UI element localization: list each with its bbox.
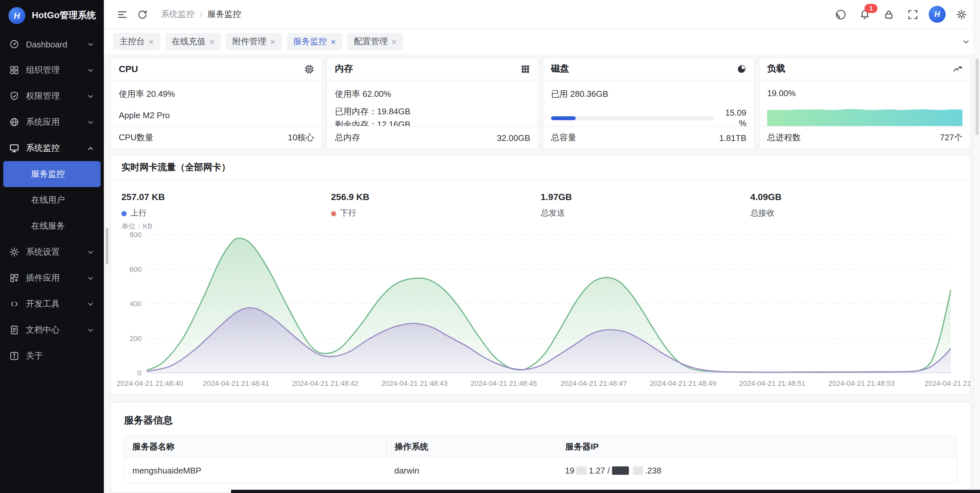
tab-label: 配置管理 — [354, 36, 388, 48]
sider-resize-handle[interactable] — [106, 228, 108, 264]
top-header: 系统监控 / 服务监控 1 H — [104, 0, 980, 29]
ip-redaction-block — [632, 466, 643, 474]
sidebar-item-devtools[interactable]: 开发工具 — [0, 291, 104, 317]
sidebar-subitem-service-monitor[interactable]: 服务监控 — [3, 161, 100, 187]
sidebar-subitem-online-services[interactable]: 在线服务 — [3, 213, 100, 239]
cpu-model: Apple M2 Pro — [119, 110, 314, 120]
server-table: 服务器名称 操作系统 服务器IP mengshuaideMBP darwin 1… — [124, 436, 957, 483]
tab-close-icon[interactable]: × — [149, 37, 153, 46]
legend-dot — [121, 211, 127, 216]
breadcrumb-parent[interactable]: 系统监控 — [161, 8, 195, 20]
refresh-icon — [137, 9, 148, 20]
server-info-title: 服务器信息 — [111, 403, 970, 436]
tab-console[interactable]: 主控台 × — [113, 33, 160, 50]
document-icon — [9, 325, 19, 335]
plugin-icon — [9, 273, 19, 283]
traffic-stat-value: 257.07 KB — [121, 191, 331, 202]
menu-fold-icon — [117, 9, 128, 20]
load-spark-svg — [767, 103, 963, 126]
sidebar-item-plugins[interactable]: 插件应用 — [0, 265, 104, 291]
tab-close-icon[interactable]: × — [270, 37, 275, 46]
app-logo[interactable]: H HotGo管理系统 — [0, 0, 104, 31]
traffic-card-title: 实时网卡流量（全部网卡） — [111, 155, 970, 180]
user-avatar[interactable]: H — [929, 6, 946, 23]
tab-label: 主控台 — [119, 36, 145, 48]
tab-close-icon[interactable]: × — [209, 37, 214, 46]
chevron-down-icon — [86, 274, 95, 282]
sidebar-item-label: 插件应用 — [26, 272, 60, 284]
refresh-button[interactable] — [134, 6, 151, 22]
sidebar-item-org[interactable]: 组织管理 — [0, 57, 104, 83]
load-card-title: 负载 — [767, 63, 785, 75]
lock-screen-button[interactable] — [881, 6, 897, 22]
svg-text:单位：KB: 单位：KB — [121, 222, 152, 230]
chevron-down-icon — [86, 40, 95, 48]
svg-text:800: 800 — [129, 231, 142, 239]
tab-online-recharge[interactable]: 在线充值 × — [165, 33, 221, 50]
page-scrollbar[interactable] — [974, 0, 980, 493]
tab-close-icon[interactable]: × — [331, 37, 336, 46]
sidebar-item-system-settings[interactable]: 系统设置 — [0, 239, 104, 265]
sidebar-item-label: 系统设置 — [26, 246, 60, 258]
svg-text:2024-04-21 21:48:51: 2024-04-21 21:48:51 — [739, 379, 805, 388]
sidebar-collapse-button[interactable] — [114, 6, 130, 22]
tab-attachments[interactable]: 附件管理 × — [226, 33, 282, 50]
ip-redaction-block — [576, 466, 587, 474]
load-value: 19.00% — [767, 88, 963, 98]
ip-redaction-block — [612, 466, 628, 474]
svg-text:2024-04-21 21:48:43: 2024-04-21 21:48:43 — [381, 379, 447, 388]
code-icon — [9, 299, 19, 309]
server-table-row: mengshuaideMBP darwin 191.27 /.238 — [124, 458, 957, 483]
fullscreen-button[interactable] — [905, 6, 921, 22]
server-os-cell: darwin — [387, 458, 557, 483]
tab-label: 服务监控 — [293, 36, 327, 48]
chevron-down-icon — [86, 66, 95, 74]
traffic-stat-label: 下行 — [340, 208, 356, 219]
github-button[interactable] — [833, 6, 849, 22]
chevron-down-icon — [86, 92, 95, 101]
chevron-down-icon — [86, 300, 95, 308]
disk-progress-track — [551, 116, 714, 120]
tab-label: 附件管理 — [232, 36, 266, 48]
memory-usage: 使用率 62.00% — [335, 88, 530, 100]
scrollbar-thumb[interactable] — [975, 59, 979, 135]
svg-text:200: 200 — [129, 335, 142, 343]
column-header-server-ip: 服务器IP — [557, 436, 957, 458]
svg-text:2024-04-21 21:4: 2024-04-21 21:4 — [924, 379, 970, 388]
sidebar-item-system-app[interactable]: 系统应用 — [0, 109, 104, 135]
traffic-stat-label: 上行 — [130, 208, 147, 219]
notification-badge: 1 — [864, 3, 877, 13]
sidebar-subitem-online-users[interactable]: 在线用户 — [3, 187, 100, 213]
tab-bar: 主控台 × 在线充值 × 附件管理 × 服务监控 × 配置管理 × — [104, 29, 980, 54]
load-footer-value: 727个 — [940, 132, 963, 144]
svg-text:2024-04-21 21:48:40: 2024-04-21 21:48:40 — [117, 379, 183, 388]
sidebar-item-about[interactable]: 关于 — [0, 343, 104, 369]
memory-footer-label: 总内存 — [335, 132, 360, 144]
sidebar-item-docs[interactable]: 文档中心 — [0, 317, 104, 343]
sidebar-item-permission[interactable]: 权限管理 — [0, 83, 104, 109]
traffic-stat-value: 256.9 KB — [331, 191, 541, 202]
tab-close-icon[interactable]: × — [392, 37, 396, 46]
sidebar-item-label: 关于 — [26, 350, 43, 362]
notifications-button[interactable]: 1 — [857, 6, 873, 22]
tab-options-button[interactable] — [961, 37, 971, 46]
traffic-stats: 257.07 KB 上行 256.9 KB 下行 1.97GB 总发送 4.09… — [111, 180, 970, 222]
svg-text:600: 600 — [129, 265, 142, 273]
window-edge-strip — [231, 490, 980, 493]
tab-config[interactable]: 配置管理 × — [348, 33, 403, 50]
chevron-up-icon — [86, 144, 95, 152]
breadcrumb: 系统监控 / 服务监控 — [161, 8, 241, 20]
svg-text:2024-04-21 21:48:53: 2024-04-21 21:48:53 — [829, 379, 895, 388]
svg-text:2024-04-21 21:48:45: 2024-04-21 21:48:45 — [471, 379, 537, 388]
cpu-footer-value: 10核心 — [288, 132, 314, 144]
sidebar-item-dashboard[interactable]: Dashboard — [0, 31, 104, 57]
sidebar-item-system-monitor[interactable]: 系统监控 — [0, 135, 104, 161]
app-title: HotGo管理系统 — [32, 10, 96, 21]
grid-icon — [9, 65, 19, 75]
page-content: CPU 使用率 20.49% Apple M2 Pro CPU数量 10核心 内… — [104, 54, 980, 493]
tab-service-monitor[interactable]: 服务监控 × — [287, 33, 342, 50]
server-table-header-row: 服务器名称 操作系统 服务器IP — [124, 436, 957, 458]
disk-footer-label: 总容量 — [551, 132, 576, 144]
sidebar-item-label: 权限管理 — [26, 90, 60, 102]
settings-button[interactable] — [953, 6, 970, 22]
